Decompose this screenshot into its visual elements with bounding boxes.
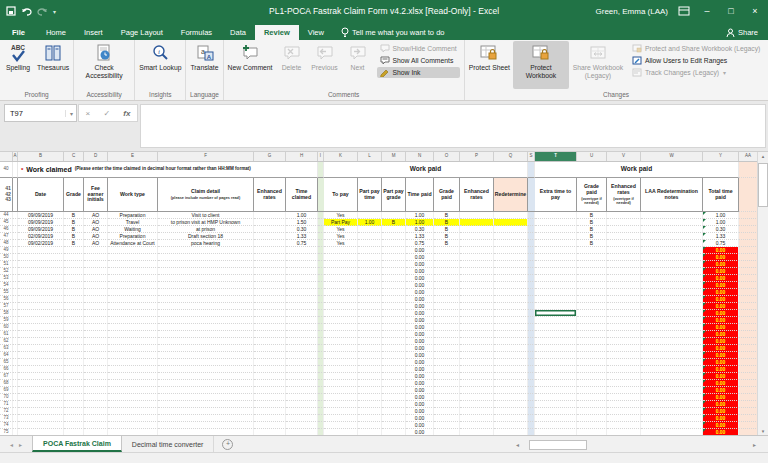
cell-wt[interactable]: Preparation (108, 212, 158, 219)
row-number[interactable]: 60 (0, 324, 13, 331)
cell-date[interactable] (18, 359, 64, 366)
cell-gp[interactable] (434, 261, 460, 268)
cell-date[interactable] (18, 415, 64, 422)
column-header-U[interactable]: U (577, 152, 607, 161)
protect-workbook-button[interactable]: Protect Workbook (513, 41, 569, 89)
cell-tpd[interactable]: 0.00 (406, 345, 434, 352)
cell-cd[interactable] (158, 303, 254, 310)
cell-ppg[interactable] (382, 415, 406, 422)
tell-me-box[interactable]: Tell me what you want to do (333, 24, 453, 40)
cell-wt[interactable]: Travel (108, 219, 158, 226)
column-header-T[interactable]: T (535, 152, 577, 161)
cell-rd[interactable] (494, 275, 528, 282)
cell-gp[interactable] (434, 366, 460, 373)
cell-tpd[interactable]: 0.00 (406, 415, 434, 422)
cell-wt[interactable] (108, 366, 158, 373)
work-claimed-title-cell[interactable]: *Work claimed(Please enter the time clai… (18, 162, 318, 178)
cell-wt[interactable] (108, 247, 158, 254)
header-tc[interactable]: Time claimed (286, 178, 318, 212)
cell-gS[interactable] (528, 296, 535, 303)
row-number[interactable]: 73 (0, 415, 13, 422)
cell-tc[interactable] (286, 366, 318, 373)
cell-tp[interactable] (324, 303, 358, 310)
cell-gp[interactable]: B (434, 240, 460, 247)
cell-ppt[interactable] (358, 415, 382, 422)
cell-gS[interactable] (528, 240, 535, 247)
cell-tot[interactable]: 0.75 (703, 240, 739, 247)
cell-cd[interactable]: poca hearing (158, 240, 254, 247)
cell-wt[interactable] (108, 282, 158, 289)
cell-tot[interactable]: 0.00 (703, 401, 739, 408)
cell-grade[interactable] (64, 268, 84, 275)
cell-e1[interactable] (460, 422, 494, 429)
cell-gS[interactable] (528, 338, 535, 345)
cell-pch[interactable] (739, 275, 758, 282)
cell-rd[interactable] (494, 254, 528, 261)
cell-enh[interactable] (254, 422, 286, 429)
cell-ppt[interactable] (358, 261, 382, 268)
cell-g2[interactable]: B (577, 233, 607, 240)
cell-ppg[interactable] (382, 254, 406, 261)
cell-tc[interactable] (286, 296, 318, 303)
vertical-scroll-thumb[interactable] (758, 163, 768, 207)
select-all-corner[interactable] (0, 152, 13, 161)
cell-e1[interactable] (460, 415, 494, 422)
cell-rd[interactable] (494, 345, 528, 352)
cell-gp[interactable] (434, 247, 460, 254)
delete-comment-button[interactable]: Delete (276, 41, 308, 89)
cell-laa[interactable] (641, 352, 703, 359)
cell-gS[interactable] (528, 268, 535, 275)
cell-pch[interactable] (739, 310, 758, 317)
column-header-L[interactable]: L (358, 152, 382, 161)
cell-g2[interactable] (577, 387, 607, 394)
cell-e2[interactable] (607, 254, 641, 261)
cell-cd[interactable] (158, 345, 254, 352)
translate-button[interactable]: aA Translate (188, 41, 220, 89)
column-header-D[interactable]: D (84, 152, 108, 161)
cell-pch[interactable] (739, 219, 758, 226)
column-header-V[interactable]: V (607, 152, 641, 161)
header-ppt[interactable]: Part pay time (358, 178, 382, 212)
scroll-left-icon[interactable]: ◂ (516, 441, 519, 448)
row-number[interactable]: 74 (0, 422, 13, 429)
cell-pch[interactable] (739, 373, 758, 380)
cell-ex[interactable] (535, 268, 577, 275)
cell-tpd[interactable]: 0.00 (406, 408, 434, 415)
vertical-scrollbar[interactable]: ▴ ▾ (757, 152, 768, 435)
cell-gS[interactable] (528, 324, 535, 331)
cell-fee[interactable] (84, 359, 108, 366)
column-header-AA[interactable]: AA (739, 152, 758, 161)
cell-tp[interactable] (324, 366, 358, 373)
cell-gS[interactable] (528, 247, 535, 254)
cell-laa[interactable] (641, 422, 703, 429)
cell-cd[interactable] (158, 338, 254, 345)
cell-date[interactable] (18, 254, 64, 261)
cell-tpd[interactable]: 0.00 (406, 296, 434, 303)
cell-grade[interactable] (64, 338, 84, 345)
cell-tpd[interactable]: 1.00 (406, 219, 434, 226)
cell-grade[interactable] (64, 247, 84, 254)
cell-e1[interactable] (460, 408, 494, 415)
cell-laa[interactable] (641, 338, 703, 345)
cell-tot[interactable]: 0.00 (703, 408, 739, 415)
cell-tp[interactable] (324, 310, 358, 317)
row-number[interactable]: 44 (0, 212, 13, 219)
cell-tp[interactable] (324, 345, 358, 352)
cell-ppg[interactable] (382, 212, 406, 219)
cell-ppg[interactable] (382, 247, 406, 254)
column-header-Y[interactable]: Y (703, 152, 739, 161)
cell-pch[interactable] (739, 254, 758, 261)
cell-cd[interactable] (158, 310, 254, 317)
cell-ppg[interactable] (382, 422, 406, 429)
cell-e2[interactable] (607, 380, 641, 387)
cell-tp[interactable] (324, 415, 358, 422)
cell-ppg[interactable] (382, 268, 406, 275)
cell-pch[interactable] (739, 296, 758, 303)
cell-gS[interactable] (528, 254, 535, 261)
cell-laa[interactable] (641, 212, 703, 219)
spelling-button[interactable]: ABC Spelling (2, 41, 34, 89)
cell-enh[interactable] (254, 317, 286, 324)
cell-tot[interactable]: 0.00 (703, 415, 739, 422)
cell-ppg[interactable] (382, 352, 406, 359)
save-icon[interactable] (6, 6, 16, 16)
